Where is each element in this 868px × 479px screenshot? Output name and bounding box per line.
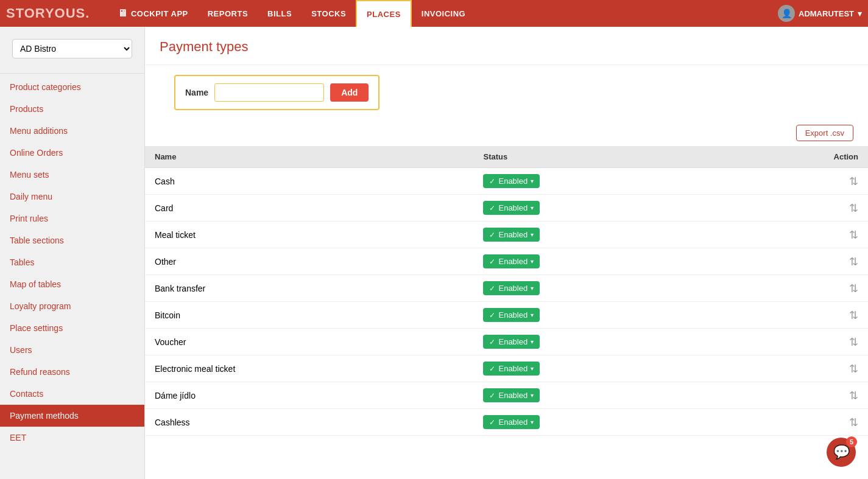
cell-action: ⇅ [723,275,868,302]
caret-icon: ▾ [531,231,534,238]
export-area: Export .csv [145,120,868,146]
reorder-icon[interactable]: ⇅ [733,201,858,215]
cell-action: ⇅ [723,409,868,436]
nav-item-cockpit[interactable]: 🖥 COCKPIT APP [108,0,197,27]
reorder-icon[interactable]: ⇅ [733,309,858,322]
sidebar-item-products[interactable]: Products [0,98,144,120]
sidebar-item-users[interactable]: Users [0,339,144,361]
check-icon: ✓ [489,257,495,266]
nav-item-invoicing[interactable]: INVOICING [412,0,475,27]
reorder-icon[interactable]: ⇅ [733,416,858,429]
nav-item-reports[interactable]: REPORTS [198,0,258,27]
cell-name: Voucher [145,329,473,355]
table-row: Electronic meal ticket✓ Enabled ▾⇅ [145,355,868,382]
chat-badge: 5 [846,436,857,447]
status-badge[interactable]: ✓ Enabled ▾ [483,415,540,429]
sidebar-item-eet[interactable]: EET [0,427,144,449]
table-row: Cash✓ Enabled ▾⇅ [145,168,868,195]
nav-username: ADMARUTEST [799,9,854,18]
logo: STORYOUS. [6,5,90,21]
cell-name: Meal ticket [145,222,473,248]
nav-item-places[interactable]: PLACES [356,0,412,27]
nav-item-stocks[interactable]: STOCKS [302,0,356,27]
add-form-input[interactable] [214,83,324,102]
sidebar-item-table-sections[interactable]: Table sections [0,229,144,251]
cell-name: Bank transfer [145,275,473,302]
table-row: Bitcoin✓ Enabled ▾⇅ [145,302,868,329]
table-header: Name Status Action [145,146,868,168]
cell-status: ✓ Enabled ▾ [473,302,723,329]
sidebar-item-menu-additions[interactable]: Menu additions [0,120,144,142]
cell-action: ⇅ [723,355,868,382]
status-badge[interactable]: ✓ Enabled ▾ [483,335,540,349]
sidebar-item-place-settings[interactable]: Place settings [0,317,144,339]
caret-icon: ▾ [531,392,534,399]
sidebar-item-tables[interactable]: Tables [0,251,144,273]
sidebar-item-online-orders[interactable]: Online Orders [0,142,144,164]
page-title: Payment types [160,39,853,55]
sidebar-item-payment-methods[interactable]: Payment methods [0,405,144,427]
status-badge[interactable]: ✓ Enabled ▾ [483,362,540,376]
chat-icon: 💬 [833,444,850,460]
cell-status: ✓ Enabled ▾ [473,355,723,382]
reorder-icon[interactable]: ⇅ [733,255,858,268]
sidebar-item-product-categories[interactable]: Product categories [0,76,144,98]
col-status: Status [473,146,723,168]
venue-select-wrapper[interactable]: AD Bistro [0,27,144,71]
check-icon: ✓ [489,365,495,373]
add-form-box: Name Add [174,75,379,110]
reorder-icon[interactable]: ⇅ [733,362,858,376]
sidebar-item-print-rules[interactable]: Print rules [0,208,144,229]
caret-icon: ▾ [531,178,534,184]
sidebar-item-refund-reasons[interactable]: Refund reasons [0,361,144,383]
status-badge[interactable]: ✓ Enabled ▾ [483,174,540,188]
cell-action: ⇅ [723,382,868,409]
sidebar-item-daily-menu[interactable]: Daily menu [0,186,144,208]
nav-bills-label: BILLS [267,9,292,18]
table-row: Card✓ Enabled ▾⇅ [145,195,868,222]
sidebar-item-contacts[interactable]: Contacts [0,383,144,405]
cell-name: Electronic meal ticket [145,355,473,382]
add-button[interactable]: Add [330,83,369,102]
sidebar-item-map-of-tables[interactable]: Map of tables [0,273,144,295]
nav-user[interactable]: 👤 ADMARUTEST ▾ [778,5,862,22]
table-body: Cash✓ Enabled ▾⇅Card✓ Enabled ▾⇅Meal tic… [145,168,868,436]
export-csv-button[interactable]: Export .csv [796,125,853,141]
check-icon: ✓ [489,391,495,400]
cell-action: ⇅ [723,195,868,222]
reorder-icon[interactable]: ⇅ [733,389,858,402]
sidebar-item-menu-sets[interactable]: Menu sets [0,164,144,186]
caret-icon: ▾ [531,419,534,425]
cell-status: ✓ Enabled ▾ [473,275,723,302]
cell-status: ✓ Enabled ▾ [473,382,723,409]
sidebar: AD Bistro Product categories Products Me… [0,27,145,479]
check-icon: ✓ [489,418,495,427]
cell-status: ✓ Enabled ▾ [473,248,723,275]
reorder-icon[interactable]: ⇅ [733,335,858,349]
page-header: Payment types [145,27,868,65]
user-avatar: 👤 [778,5,795,22]
sidebar-item-loyalty-program[interactable]: Loyalty program [0,295,144,317]
cell-status: ✓ Enabled ▾ [473,168,723,195]
nav-invoicing-label: INVOICING [422,9,465,18]
reorder-icon[interactable]: ⇅ [733,282,858,295]
nav-item-bills[interactable]: BILLS [258,0,302,27]
check-icon: ✓ [489,284,495,293]
cockpit-icon: 🖥 [118,8,128,19]
reorder-icon[interactable]: ⇅ [733,228,858,242]
nav-places-label: PLACES [367,10,401,19]
chat-bubble[interactable]: 💬 5 [827,438,856,467]
status-badge[interactable]: ✓ Enabled ▾ [483,281,540,295]
status-badge[interactable]: ✓ Enabled ▾ [483,201,540,215]
logo-text1: STORY [6,5,55,21]
status-badge[interactable]: ✓ Enabled ▾ [483,308,540,322]
table-row: Other✓ Enabled ▾⇅ [145,248,868,275]
status-badge[interactable]: ✓ Enabled ▾ [483,388,540,402]
venue-select[interactable]: AD Bistro [12,39,132,58]
status-badge[interactable]: ✓ Enabled ▾ [483,254,540,268]
caret-icon: ▾ [531,365,534,372]
reorder-icon[interactable]: ⇅ [733,175,858,188]
status-badge[interactable]: ✓ Enabled ▾ [483,228,540,242]
cell-name: Cashless [145,409,473,436]
check-icon: ✓ [489,231,495,239]
